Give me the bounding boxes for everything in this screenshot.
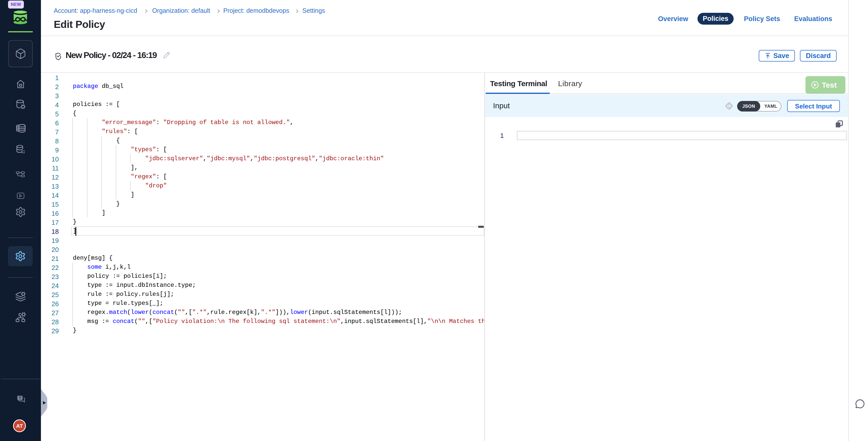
svg-text:?: ? xyxy=(19,396,21,400)
